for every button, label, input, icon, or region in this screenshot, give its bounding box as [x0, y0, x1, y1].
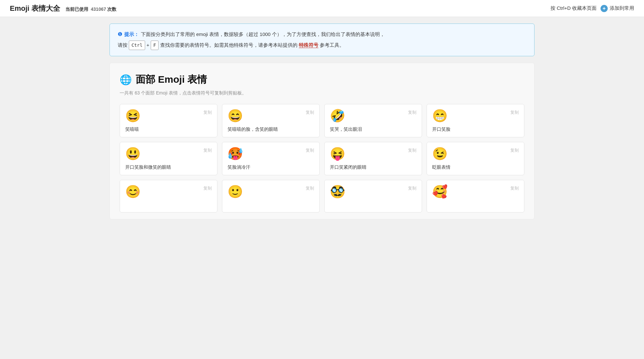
emoji-name: 开口笑脸 — [432, 127, 519, 132]
notice-text1: 下面按分类列出了常用的 emoji 表情，数据较多（超过 1000 个），为了方… — [141, 30, 385, 39]
emoji-symbol: 😝 — [330, 147, 345, 160]
add-fav-label: 添加到常用 — [610, 5, 634, 11]
face-emoji-section: 🌐 面部 Emoji 表情 一共有 63 个面部 Emoji 表情，点击表情符号… — [110, 63, 534, 219]
emoji-card[interactable]: 😉复制眨眼表情 — [427, 142, 524, 175]
copy-button[interactable]: 复制 — [203, 147, 212, 153]
emoji-card[interactable]: 🥵复制笑脸淌冷汗 — [222, 142, 320, 175]
notice-bold: 提示： — [124, 30, 139, 39]
emoji-symbol: 🥸 — [330, 185, 345, 198]
emoji-symbol: 🥵 — [228, 147, 243, 160]
emoji-name: 笑脸淌冷汗 — [228, 164, 314, 170]
globe-icon: 🌐 — [120, 74, 132, 85]
usage-count-label: 当前已使用 431067 次数 — [65, 7, 116, 12]
emoji-card[interactable]: 🥰复制 — [427, 180, 524, 213]
emoji-name: 开口笑紧闭的眼睛 — [330, 164, 416, 170]
emoji-symbol: 😉 — [432, 147, 448, 160]
header-right: 按 Ctrl+D 收藏本页面 + 添加到常用 — [551, 5, 634, 12]
emoji-name: 笑嘻嘻 — [125, 127, 212, 132]
emoji-name: 笑嘻嘻的脸，含笑的眼睛 — [228, 127, 314, 132]
bookmark-hint: 按 Ctrl+D 收藏本页面 — [551, 5, 597, 11]
copy-button[interactable]: 复制 — [408, 147, 416, 153]
emoji-card[interactable]: 😃复制开口笑脸和微笑的眼睛 — [120, 142, 217, 175]
page-header: Emoji 表情大全 当前已使用 431067 次数 按 Ctrl+D 收藏本页… — [0, 0, 644, 17]
emoji-symbol: 🤣 — [330, 110, 345, 122]
notice-line2: 请按 Ctrl + F 查找你需要的表情符号。如需其他特殊符号，请参考本站提供的… — [118, 41, 526, 50]
copy-button[interactable]: 复制 — [510, 147, 519, 153]
copy-button[interactable]: 复制 — [408, 185, 416, 191]
emoji-card[interactable]: 🤣复制笑哭，笑出眼泪 — [324, 104, 422, 137]
add-to-favorites-button[interactable]: + 添加到常用 — [601, 5, 634, 12]
emoji-symbol: 😁 — [432, 110, 448, 122]
copy-button[interactable]: 复制 — [306, 185, 314, 191]
f-key: F — [151, 41, 159, 50]
site-title: Emoji 表情大全 — [10, 4, 60, 13]
special-symbols-link[interactable]: 特殊符号 — [299, 42, 318, 48]
emoji-card[interactable]: 😝复制开口笑紧闭的眼睛 — [324, 142, 422, 175]
header-left: Emoji 表情大全 当前已使用 431067 次数 — [10, 4, 116, 13]
notice-box: ❶ 提示： 下面按分类列出了常用的 emoji 表情，数据较多（超过 1000 … — [110, 24, 534, 56]
copy-button[interactable]: 复制 — [510, 110, 519, 115]
emoji-symbol: 😊 — [125, 185, 141, 198]
copy-button[interactable]: 复制 — [306, 147, 314, 153]
emoji-card[interactable]: 😁复制开口笑脸 — [427, 104, 524, 137]
emoji-name: 眨眼表情 — [432, 164, 519, 170]
emoji-grid: 😆复制笑嘻嘻😄复制笑嘻嘻的脸，含笑的眼睛🤣复制笑哭，笑出眼泪😁复制开口笑脸😃复制… — [120, 104, 524, 213]
emoji-card[interactable]: 😊复制 — [120, 180, 217, 213]
emoji-card[interactable]: 🥸复制 — [324, 180, 422, 213]
emoji-card[interactable]: 🙂复制 — [222, 180, 320, 213]
emoji-symbol: 😆 — [125, 110, 141, 122]
emoji-symbol: 😄 — [228, 110, 243, 122]
emoji-symbol: 🙂 — [228, 185, 243, 198]
copy-button[interactable]: 复制 — [306, 110, 314, 115]
emoji-card[interactable]: 😆复制笑嘻嘻 — [120, 104, 217, 137]
copy-button[interactable]: 复制 — [510, 185, 519, 191]
content-wrapper: ❶ 提示： 下面按分类列出了常用的 emoji 表情，数据较多（超过 1000 … — [103, 17, 541, 226]
emoji-card[interactable]: 😄复制笑嘻嘻的脸，含笑的眼睛 — [222, 104, 320, 137]
emoji-name: 笑哭，笑出眼泪 — [330, 127, 416, 132]
notice-line1: ❶ 提示： 下面按分类列出了常用的 emoji 表情，数据较多（超过 1000 … — [118, 30, 526, 39]
emoji-name: 开口笑脸和微笑的眼睛 — [125, 164, 212, 170]
section-title: 🌐 面部 Emoji 表情 — [120, 73, 524, 86]
plus-icon: + — [601, 5, 608, 12]
emoji-symbol: 😃 — [125, 147, 141, 160]
copy-button[interactable]: 复制 — [203, 185, 212, 191]
ctrl-key: Ctrl — [129, 41, 145, 50]
copy-button[interactable]: 复制 — [203, 110, 212, 115]
copy-button[interactable]: 复制 — [408, 110, 416, 115]
notice-icon: ❶ — [118, 30, 122, 39]
emoji-symbol: 🥰 — [432, 185, 448, 198]
section-subtitle: 一共有 63 个面部 Emoji 表情，点击表情符号可复制到剪贴板。 — [120, 90, 524, 96]
